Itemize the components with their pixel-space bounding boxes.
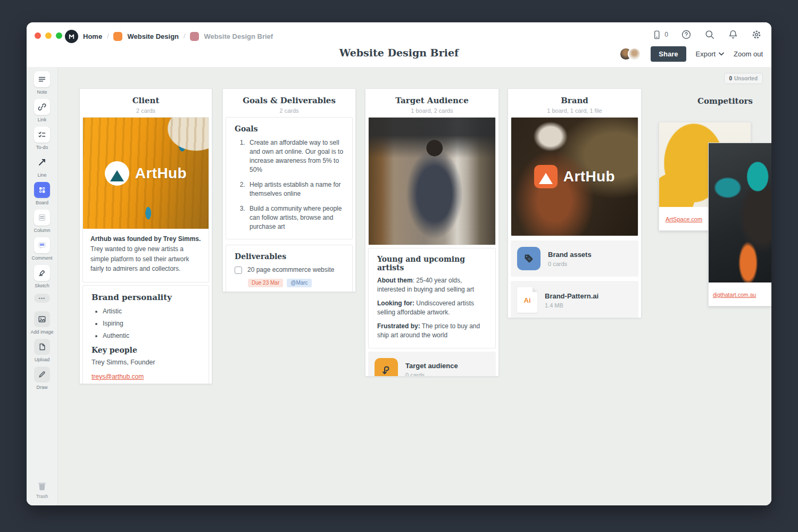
app-logo-icon[interactable] xyxy=(65,30,78,43)
persona-row: Looking for: Undiscovered artists sellin… xyxy=(377,299,487,317)
breadcrumb-level2[interactable]: Website Design Brief xyxy=(204,32,273,40)
column-brand[interactable]: Brand 1 board, 1 card, 1 file ArtHub xyxy=(508,88,642,318)
sketch-pen-icon xyxy=(34,265,50,281)
breadcrumb-separator: / xyxy=(107,32,109,40)
board-card-text: Target audience 0 cards xyxy=(405,362,458,377)
tool-note[interactable]: Note xyxy=(34,71,50,95)
card-heading: Goals xyxy=(235,124,344,133)
tool-add-image[interactable]: Add image xyxy=(30,311,53,335)
list-item: Artistic xyxy=(103,307,200,315)
list-item: Help artists establish a name for themse… xyxy=(247,180,344,198)
brand-painting-image: ArtHub xyxy=(511,118,638,236)
share-button[interactable]: Share xyxy=(651,46,686,62)
tool-upload[interactable]: Upload xyxy=(34,339,50,362)
breadcrumb-home[interactable]: Home xyxy=(83,32,102,40)
column-target-audience[interactable]: Target Audience 1 board, 2 cards Young a… xyxy=(365,88,499,377)
tool-board[interactable]: Board xyxy=(34,182,50,205)
column-count: 1 board, 2 cards xyxy=(368,107,496,114)
tool-sketch[interactable]: Sketch xyxy=(34,265,50,288)
export-label: Export xyxy=(696,50,716,58)
board-card-text: Brand assets 0 cards xyxy=(548,251,592,267)
board-color-swatch-rose xyxy=(190,32,199,41)
avatar[interactable] xyxy=(628,47,641,61)
digthatart-link[interactable]: digthatart.com.au xyxy=(713,292,756,298)
link-icon xyxy=(34,99,50,115)
title-controls: Share Export Zoom out xyxy=(619,46,763,62)
persona-row: Frustrated by: The price to buy and ship… xyxy=(377,322,487,340)
trash-button[interactable]: Trash xyxy=(27,481,57,499)
unsorted-badge[interactable]: 0 Unsorted xyxy=(724,73,763,84)
brand-personality-card[interactable]: Brand personality Artistic Ispiring Auth… xyxy=(82,285,209,384)
competitor-footer: digthatart.com.au xyxy=(709,282,771,306)
arthub-logo: ArtHub xyxy=(511,118,638,236)
todo-icon xyxy=(34,127,50,143)
zoom-out-button[interactable]: Zoom out xyxy=(734,50,763,58)
maximize-button[interactable] xyxy=(56,32,62,39)
column-count: 2 cards xyxy=(226,107,353,114)
line-arrow-icon xyxy=(34,154,50,170)
export-dropdown[interactable]: Export xyxy=(696,50,725,58)
mobile-device-icon[interactable]: 0 xyxy=(652,30,668,40)
audience-image-card[interactable] xyxy=(368,117,496,245)
brand-image-card[interactable]: ArtHub xyxy=(511,117,638,236)
breadcrumb-separator: / xyxy=(184,32,185,40)
tool-todo[interactable]: To-do xyxy=(34,127,50,150)
tool-sidebar: Note Link To-do Line xyxy=(27,67,58,505)
search-icon[interactable] xyxy=(704,29,715,40)
column-title: Goals & Deliverables xyxy=(226,96,353,105)
due-date-tag[interactable]: Due 23 Mar xyxy=(248,279,283,287)
list-item: Ispiring xyxy=(103,320,200,327)
arthub-logo: ArtHub xyxy=(83,118,209,229)
todo-item: 20 page ecommmerce website xyxy=(235,266,344,274)
goals-list: Create an affordable way to sell and own… xyxy=(235,138,344,231)
list-item: Authentic xyxy=(103,332,200,339)
digthatart-image xyxy=(709,143,771,282)
tool-line[interactable]: Line xyxy=(34,154,50,178)
mention-tag[interactable]: @Marc xyxy=(287,279,311,287)
tool-draw[interactable]: Draw xyxy=(34,367,50,390)
close-button[interactable] xyxy=(35,32,41,39)
email-link[interactable]: treys@arthub.com xyxy=(92,373,144,380)
board-canvas[interactable]: 0 Unsorted Client 2 cards ArtHub xyxy=(58,67,771,505)
board-arrow-icon xyxy=(375,358,398,377)
client-caption: Arthub was founded by Trey Simms. Trey w… xyxy=(83,229,209,282)
target-audience-board-card[interactable]: Target audience 0 cards xyxy=(368,352,496,377)
column-header: Client 2 cards xyxy=(82,89,209,114)
upload-file-icon xyxy=(34,339,50,355)
chevron-down-icon xyxy=(719,52,724,56)
column-goals-deliverables[interactable]: Goals & Deliverables 2 cards Goals Creat… xyxy=(222,88,356,292)
artspace-link[interactable]: ArtSpace.com xyxy=(666,216,702,222)
arthub-logo-mark-icon xyxy=(534,165,558,188)
goals-card[interactable]: Goals Create an affordable way to sell a… xyxy=(226,117,353,239)
tool-link[interactable]: Link xyxy=(34,99,50,122)
more-tools-button[interactable]: ••• xyxy=(34,294,50,303)
competitor-card-digthatart[interactable]: digthatart.com.au xyxy=(708,143,771,306)
collaborator-avatars[interactable] xyxy=(619,47,641,61)
card-heading: Key people xyxy=(92,346,200,354)
personality-list: Artistic Ispiring Authentic xyxy=(92,307,200,339)
draw-pencil-icon xyxy=(34,367,50,383)
card-heading: Deliverables xyxy=(235,252,344,261)
tool-comment[interactable]: Comment xyxy=(31,237,52,261)
brand-assets-board-card[interactable]: Brand assets 0 cards xyxy=(511,240,638,277)
minimize-button[interactable] xyxy=(45,32,52,39)
tool-column[interactable]: Column xyxy=(34,210,50,233)
brand-pattern-file-card[interactable]: Ai Brand-Pattern.ai 1.4 MB xyxy=(511,281,638,318)
breadcrumb-level1[interactable]: Website Design xyxy=(127,32,179,40)
settings-gear-icon[interactable] xyxy=(751,29,762,40)
window-header: Home / Website Design / Website Design B… xyxy=(27,22,771,67)
list-item: Build a community where people can follo… xyxy=(247,204,344,231)
todo-checkbox[interactable] xyxy=(235,267,242,274)
client-image-card[interactable]: ArtHub Arthub was founded by Trey Simms.… xyxy=(82,117,209,282)
persona-card[interactable]: Young and upcoming artists About them: 2… xyxy=(368,248,496,348)
key-person: Trey Simms, Founder xyxy=(92,359,200,366)
help-icon[interactable] xyxy=(681,29,692,40)
deliverables-card[interactable]: Deliverables 20 page ecommmerce website … xyxy=(226,245,353,292)
comment-icon xyxy=(34,237,50,253)
trash-icon xyxy=(36,481,48,492)
card-heading: Young and upcoming artists xyxy=(377,255,487,272)
breadcrumb: Home / Website Design / Website Design B… xyxy=(65,29,273,44)
column-client[interactable]: Client 2 cards ArtHub Arthub was founded… xyxy=(79,88,212,384)
notifications-bell-icon[interactable] xyxy=(728,29,738,40)
note-icon xyxy=(34,71,50,87)
